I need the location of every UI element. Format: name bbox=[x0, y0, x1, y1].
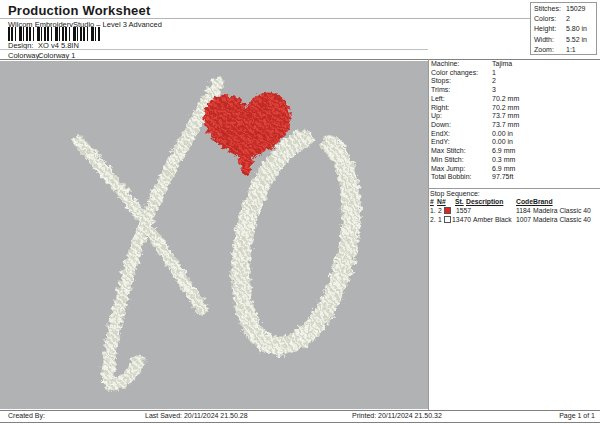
panel-left-border bbox=[428, 59, 429, 410]
zoom-label: Zoom: bbox=[534, 45, 566, 55]
col-n: N# bbox=[437, 198, 446, 206]
machine-info-panel: Machine:Tajima Color changes:1 Stops:2 T… bbox=[431, 60, 599, 182]
zoom-value: 1:1 bbox=[566, 46, 576, 53]
design-stats-box: Stitches:15029 Colors:2 Height:5.80 in W… bbox=[530, 2, 597, 55]
col-desc: Description bbox=[466, 198, 503, 206]
height-label: Height: bbox=[534, 24, 566, 34]
machine-row: Trims:3 bbox=[431, 86, 599, 95]
colors-label: Colors: bbox=[534, 14, 566, 24]
stats-row: Width:5.52 in bbox=[534, 35, 596, 45]
embroidery-design bbox=[0, 61, 428, 409]
stats-row: Height:5.80 in bbox=[534, 24, 596, 34]
width-value: 5.52 in bbox=[566, 36, 587, 43]
letter-x-cross-stroke bbox=[79, 141, 202, 309]
stats-row: Zoom:1:1 bbox=[534, 45, 596, 55]
machine-row: Right:70.2 mm bbox=[431, 104, 599, 113]
machine-row: Left:70.2 mm bbox=[431, 95, 599, 104]
machine-row: Max Jump:6.9 mm bbox=[431, 165, 599, 174]
page-title: Production Worksheet bbox=[8, 3, 150, 18]
production-worksheet-page: Production Worksheet Wilcom EmbroiderySt… bbox=[0, 0, 600, 424]
letter-x-main-stroke bbox=[108, 83, 218, 385]
design-barcode bbox=[8, 27, 100, 41]
design-canvas bbox=[0, 61, 428, 409]
machine-row: Max Stitch:6.9 mm bbox=[431, 147, 599, 156]
printed-text: Printed: 20/11/2024 21.50.32 bbox=[352, 412, 442, 419]
last-saved-text: Last Saved: 20/11/2024 21.50.28 bbox=[145, 412, 248, 419]
machine-row: Up:73.7 mm bbox=[431, 112, 599, 121]
stitches-value: 15029 bbox=[566, 5, 585, 12]
col-st: St. bbox=[455, 198, 464, 206]
created-by-label: Created By: bbox=[8, 412, 45, 419]
title-divider bbox=[0, 18, 530, 19]
machine-row: Machine:Tajima bbox=[431, 60, 599, 69]
col-code: Code bbox=[516, 198, 533, 206]
machine-row: Color changes:1 bbox=[431, 69, 599, 78]
machine-row: Down:73.7 mm bbox=[431, 121, 599, 130]
stop-sequence-title: Stop Sequence: bbox=[430, 190, 480, 197]
stats-row: Colors:2 bbox=[534, 14, 596, 24]
col-brand: Brand bbox=[533, 198, 553, 206]
machine-row: Stops:2 bbox=[431, 77, 599, 86]
machine-row: Min Stitch:0.3 mm bbox=[431, 156, 599, 165]
stitches-label: Stitches: bbox=[534, 4, 566, 14]
stop-sequence-row: 2. 1 13470 Amber Black 1007 Madeira Clas… bbox=[428, 216, 600, 225]
colors-value: 2 bbox=[566, 15, 570, 22]
height-value: 5.80 in bbox=[566, 25, 587, 32]
stop-sequence-row: 1. 2 1557 1184 Madeira Classic 40 bbox=[428, 207, 600, 216]
page-number: Page 1 of 1 bbox=[559, 412, 595, 419]
col-num: # bbox=[430, 198, 434, 206]
machine-row: EndY:0.00 in bbox=[431, 138, 599, 147]
panel-divider bbox=[428, 188, 600, 189]
footer-bottom-divider bbox=[0, 422, 600, 423]
footer-top-divider bbox=[0, 410, 600, 411]
width-label: Width: bbox=[534, 35, 566, 45]
machine-row: EndX:0.00 in bbox=[431, 130, 599, 139]
stats-row: Stitches:15029 bbox=[534, 4, 596, 14]
machine-row: Total Bobbin:97.75ft bbox=[431, 173, 599, 182]
